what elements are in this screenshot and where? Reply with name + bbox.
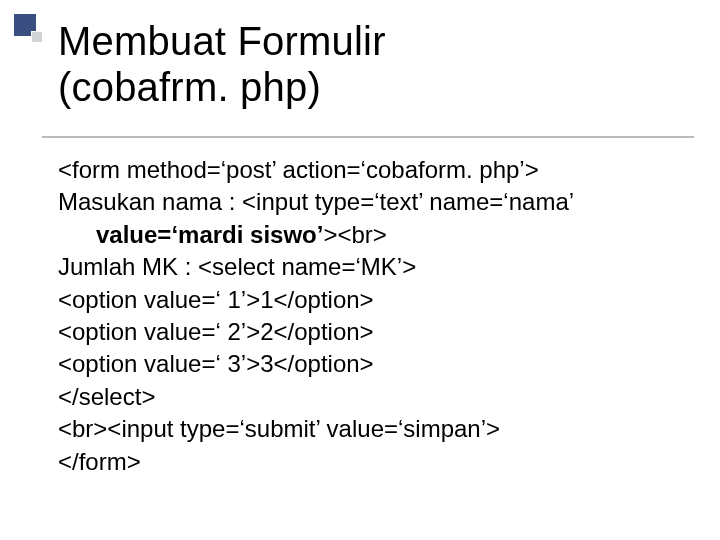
square-icon <box>14 14 36 36</box>
code-line: <option value=‘ 1’>1</option> <box>58 284 680 316</box>
code-line: </form> <box>58 446 680 478</box>
corner-decoration <box>14 14 48 48</box>
code-line: </select> <box>58 381 680 413</box>
slide-title: Membuat Formulir (cobafrm. php) <box>58 18 690 110</box>
code-bold: value=‘mardi siswo’ <box>96 221 323 248</box>
code-line: <option value=‘ 3’>3</option> <box>58 348 680 380</box>
code-line: Masukan nama : <input type=‘text’ name=‘… <box>58 186 680 218</box>
code-line: <form method=‘post’ action=‘cobaform. ph… <box>58 154 680 186</box>
title-line-2: (cobafrm. php) <box>58 65 321 109</box>
code-text: ><br> <box>323 221 386 248</box>
code-line: <br><input type=‘submit’ value=‘simpan’> <box>58 413 680 445</box>
divider <box>42 136 694 138</box>
slide-body: <form method=‘post’ action=‘cobaform. ph… <box>58 154 680 478</box>
code-line: <option value=‘ 2’>2</option> <box>58 316 680 348</box>
slide: Membuat Formulir (cobafrm. php) <form me… <box>0 0 720 540</box>
code-line: Jumlah MK : <select name=‘MK’> <box>58 251 680 283</box>
code-line: value=‘mardi siswo’><br> <box>58 219 680 251</box>
square-icon <box>31 31 43 43</box>
title-line-1: Membuat Formulir <box>58 19 386 63</box>
